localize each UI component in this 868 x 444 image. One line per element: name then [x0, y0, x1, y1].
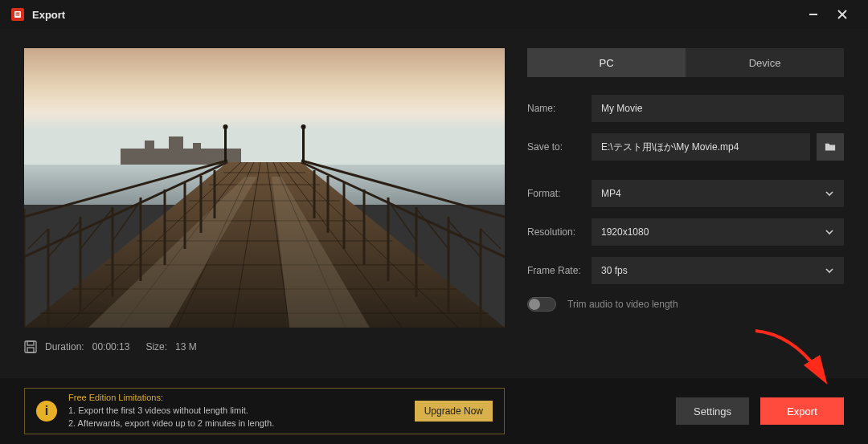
chevron-down-icon [825, 189, 834, 198]
footer-bar: i Free Edition Limitations: 1. Export th… [0, 378, 868, 444]
minimize-button[interactable] [799, 0, 828, 29]
export-button[interactable]: Export [760, 397, 844, 425]
app-logo-icon [11, 8, 24, 21]
close-button[interactable] [828, 0, 857, 29]
framerate-select[interactable]: 30 fps [592, 257, 844, 284]
svg-rect-57 [224, 128, 227, 162]
svg-rect-59 [302, 128, 305, 162]
svg-rect-1 [16, 13, 20, 14]
framerate-value: 30 fps [601, 265, 628, 276]
svg-rect-9 [145, 141, 154, 150]
tab-pc[interactable]: PC [527, 48, 686, 77]
minimize-icon [809, 10, 818, 19]
trim-audio-toggle[interactable] [527, 297, 556, 312]
export-tabs: PC Device [527, 48, 844, 77]
title-bar: Export [0, 0, 868, 29]
duration-label: Duration: [45, 341, 84, 352]
svg-rect-61 [25, 341, 36, 352]
settings-button[interactable]: Settings [676, 397, 749, 425]
svg-point-58 [223, 124, 228, 129]
limitations-heading: Free Edition Limitations: [68, 392, 274, 405]
duration-value: 00:00:13 [92, 341, 130, 352]
video-preview [24, 48, 505, 328]
svg-rect-10 [169, 136, 183, 150]
size-value: 13 M [175, 341, 197, 352]
svg-rect-2 [16, 14, 20, 16]
tab-device[interactable]: Device [686, 48, 844, 77]
folder-icon [825, 141, 836, 153]
chevron-down-icon [825, 227, 834, 237]
svg-point-60 [301, 124, 306, 129]
svg-line-41 [48, 221, 80, 257]
saveto-input[interactable] [601, 141, 800, 153]
svg-rect-6 [24, 48, 505, 165]
upgrade-now-button[interactable]: Upgrade Now [415, 401, 493, 422]
trim-audio-label: Trim audio to video length [567, 299, 678, 310]
svg-rect-62 [27, 341, 34, 345]
svg-line-43 [113, 201, 141, 241]
format-label: Format: [527, 188, 585, 199]
name-input-wrapper [592, 95, 844, 122]
svg-rect-11 [193, 143, 201, 151]
window-title: Export [32, 9, 65, 21]
size-label: Size: [145, 341, 167, 352]
close-icon [837, 10, 847, 19]
svg-line-54 [448, 221, 481, 257]
format-value: MP4 [601, 188, 621, 199]
free-edition-limitations: i Free Edition Limitations: 1. Export th… [24, 388, 505, 434]
framerate-label: Frame Rate: [527, 265, 585, 276]
info-icon: i [36, 401, 57, 422]
browse-folder-button[interactable] [817, 133, 844, 161]
svg-rect-63 [27, 348, 34, 352]
resolution-select[interactable]: 1920x1080 [592, 218, 844, 246]
disk-icon [24, 340, 37, 353]
limitations-line-1: 1. Export the first 3 videos without len… [68, 405, 274, 418]
name-input[interactable] [601, 103, 834, 114]
svg-line-56 [388, 201, 416, 241]
limitations-line-2: 2. Afterwards, export video up to 2 minu… [68, 418, 274, 430]
chevron-down-icon [825, 266, 834, 275]
resolution-label: Resolution: [527, 226, 585, 238]
name-label: Name: [527, 103, 585, 114]
format-select[interactable]: MP4 [592, 180, 844, 207]
export-meta: Duration: 00:00:13 Size: 13 M [24, 340, 505, 353]
saveto-label: Save to: [527, 141, 585, 153]
resolution-value: 1920x1080 [601, 226, 649, 238]
saveto-input-wrapper [592, 133, 810, 161]
